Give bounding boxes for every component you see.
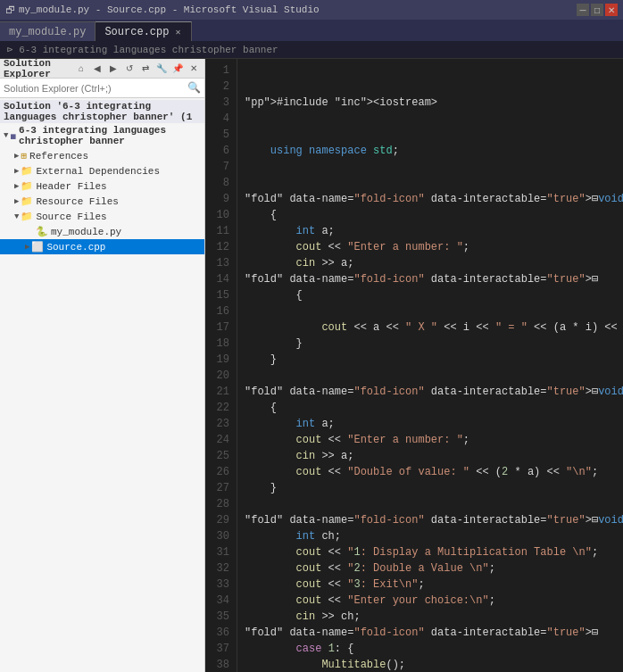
se-toolbar-icons: ⌂ ◀ ▶ ↺ ⇄ 🔧 📌 ✕ <box>74 62 201 76</box>
se-pin-btn[interactable]: 📌 <box>170 62 185 76</box>
references-label: References <box>29 151 88 162</box>
source-cpp-expand-icon: ▶ <box>25 242 29 252</box>
se-toolbar: Solution Explorer ⌂ ◀ ▶ ↺ ⇄ 🔧 📌 ✕ <box>0 59 204 79</box>
tab-my-module[interactable]: my_module.py <box>0 21 96 41</box>
my-module-icon: 🐍 <box>36 226 48 237</box>
code-content: 1234567891011121314151617181920212223242… <box>205 59 623 672</box>
references-icon: ⊞ <box>21 150 27 162</box>
se-project-item[interactable]: ▼ ◼ 6-3 integrating languages christophe… <box>0 123 204 148</box>
my-module-label: my_module.py <box>51 227 121 237</box>
se-search-input[interactable] <box>4 83 187 94</box>
header-files-expand-icon: ▶ <box>14 181 19 191</box>
se-external-deps-item[interactable]: ▶ 📁 External Dependencies <box>0 163 204 178</box>
se-my-module-item[interactable]: 🐍 my_module.py <box>0 224 204 239</box>
main-area: Solution Explorer ⌂ ◀ ▶ ↺ ⇄ 🔧 📌 ✕ 🔍 Solu… <box>0 59 623 672</box>
close-button[interactable]: ✕ <box>605 4 618 16</box>
se-sync-btn[interactable]: ⇄ <box>138 62 153 76</box>
source-cpp-label: Source.cpp <box>46 242 105 253</box>
maximize-button[interactable]: □ <box>591 4 603 16</box>
project-icon: ◼ <box>10 130 16 142</box>
se-header-files-item[interactable]: ▶ 📁 Header Files <box>0 178 204 194</box>
app-icon: 🗗 <box>5 4 15 16</box>
se-solution-title: Solution '6-3 integrating languages chri… <box>0 100 204 123</box>
ext-deps-label: External Dependencies <box>36 166 160 177</box>
source-cpp-icon: ⬜ <box>31 241 44 253</box>
se-tools-btn[interactable]: 🔧 <box>154 62 169 76</box>
se-source-files-item[interactable]: ▼ 📁 Source Files <box>0 209 204 224</box>
minimize-button[interactable]: ─ <box>577 4 589 16</box>
code-editor[interactable]: 1234567891011121314151617181920212223242… <box>205 59 623 672</box>
title-bar-controls: ─ □ ✕ <box>577 4 618 16</box>
resource-files-icon: 📁 <box>21 195 33 207</box>
se-back-btn[interactable]: ◀ <box>90 62 104 76</box>
tab-my-module-label: my_module.py <box>9 26 86 38</box>
title-bar-text: my_module.py - Source.cpp - Microsoft Vi… <box>19 4 320 15</box>
tab-source-cpp-label: Source.cpp <box>104 26 169 38</box>
se-source-cpp-item[interactable]: ▶ ⬜ Source.cpp <box>0 239 204 254</box>
se-close-pane-btn[interactable]: ✕ <box>187 62 201 76</box>
title-bar: 🗗 my_module.py - Source.cpp - Microsoft … <box>0 0 623 20</box>
solution-explorer: Solution Explorer ⌂ ◀ ▶ ↺ ⇄ 🔧 📌 ✕ 🔍 Solu… <box>0 59 205 672</box>
source-files-label: Source Files <box>36 212 106 222</box>
breadcrumb: ⊳ 6-3 integrating languages christopher … <box>7 44 278 55</box>
se-search-bar[interactable]: 🔍 <box>0 79 204 98</box>
code-lines: "pp">#include "inc"><iostream> using nam… <box>237 59 623 672</box>
source-files-expand-icon: ▼ <box>14 212 19 221</box>
se-home-btn[interactable]: ⌂ <box>74 62 88 76</box>
line-numbers: 1234567891011121314151617181920212223242… <box>205 59 237 672</box>
tab-bar: my_module.py Source.cpp ✕ <box>0 20 623 41</box>
resource-files-expand-icon: ▶ <box>14 196 19 206</box>
source-files-icon: 📁 <box>21 211 33 222</box>
se-search-icon: 🔍 <box>187 81 201 95</box>
se-content: Solution '6-3 integrating languages chri… <box>0 98 204 672</box>
se-resource-files-item[interactable]: ▶ 📁 Resource Files <box>0 194 204 209</box>
header-files-icon: 📁 <box>21 180 33 192</box>
ext-deps-icon: 📁 <box>21 165 33 177</box>
header-files-label: Header Files <box>36 181 106 192</box>
breadcrumb-bar: ⊳ 6-3 integrating languages christopher … <box>0 41 623 59</box>
tab-source-cpp[interactable]: Source.cpp ✕ <box>96 21 192 41</box>
tab-close-icon[interactable]: ✕ <box>173 26 182 38</box>
se-forward-btn[interactable]: ▶ <box>106 62 120 76</box>
references-expand-icon: ▶ <box>14 151 19 161</box>
resource-files-label: Resource Files <box>36 196 118 207</box>
ext-deps-expand-icon: ▶ <box>14 166 19 176</box>
se-project-label: 6-3 integrating languages christopher ba… <box>19 125 201 146</box>
title-bar-left: 🗗 my_module.py - Source.cpp - Microsoft … <box>5 4 320 16</box>
project-expand-icon: ▼ <box>4 131 8 140</box>
se-title: Solution Explorer <box>4 59 74 79</box>
se-references-item[interactable]: ▶ ⊞ References <box>0 148 204 163</box>
se-refresh-btn[interactable]: ↺ <box>122 62 137 76</box>
